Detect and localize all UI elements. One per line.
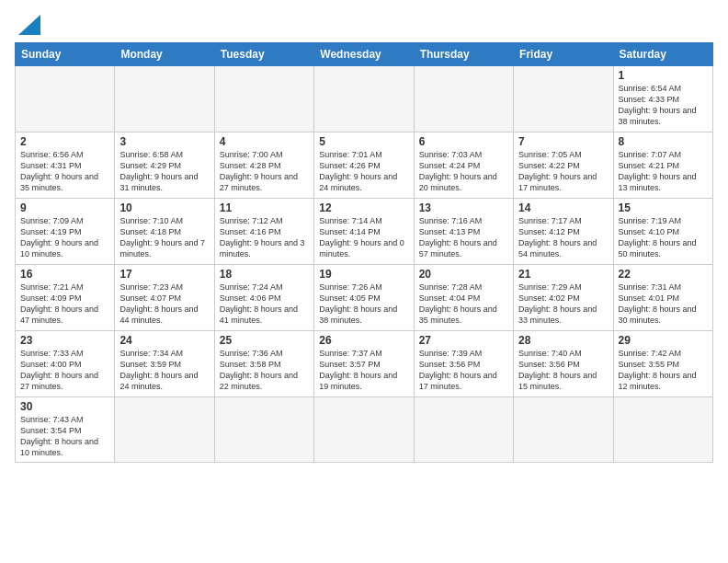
day-info: Sunrise: 7:14 AM Sunset: 4:14 PM Dayligh… (319, 215, 408, 260)
calendar-cell: 19Sunrise: 7:26 AM Sunset: 4:05 PM Dayli… (314, 265, 414, 331)
calendar-cell (414, 66, 513, 132)
day-number: 25 (220, 334, 309, 347)
day-number: 15 (619, 201, 708, 214)
day-number: 27 (419, 334, 508, 347)
day-number: 5 (319, 135, 408, 148)
weekday-header-thursday: Thursday (414, 43, 513, 66)
day-number: 3 (119, 135, 209, 148)
weekday-header-monday: Monday (115, 43, 214, 66)
day-info: Sunrise: 7:05 AM Sunset: 4:22 PM Dayligh… (518, 149, 608, 194)
svg-marker-0 (18, 15, 40, 35)
day-number: 9 (20, 201, 109, 214)
day-number: 1 (619, 69, 708, 82)
day-number: 30 (20, 400, 109, 413)
calendar-cell: 27Sunrise: 7:39 AM Sunset: 3:56 PM Dayli… (414, 331, 513, 397)
calendar-cell: 17Sunrise: 7:23 AM Sunset: 4:07 PM Dayli… (115, 265, 214, 331)
logo-icon (18, 15, 40, 35)
calendar-cell: 4Sunrise: 7:00 AM Sunset: 4:28 PM Daylig… (214, 132, 313, 199)
day-info: Sunrise: 7:24 AM Sunset: 4:06 PM Dayligh… (220, 282, 309, 327)
weekday-header-tuesday: Tuesday (214, 43, 313, 66)
calendar-cell (514, 397, 613, 463)
calendar-row: 2Sunrise: 6:56 AM Sunset: 4:31 PM Daylig… (16, 132, 713, 199)
calendar-cell (314, 66, 414, 132)
day-info: Sunrise: 7:12 AM Sunset: 4:16 PM Dayligh… (220, 215, 309, 260)
day-number: 13 (419, 201, 508, 214)
calendar-cell: 12Sunrise: 7:14 AM Sunset: 4:14 PM Dayli… (314, 199, 414, 265)
day-number: 10 (119, 201, 209, 214)
calendar-cell: 22Sunrise: 7:31 AM Sunset: 4:01 PM Dayli… (613, 265, 712, 331)
calendar-row: 16Sunrise: 7:21 AM Sunset: 4:09 PM Dayli… (16, 265, 713, 331)
calendar-cell: 20Sunrise: 7:28 AM Sunset: 4:04 PM Dayli… (414, 265, 513, 331)
calendar-cell (214, 66, 313, 132)
day-info: Sunrise: 7:03 AM Sunset: 4:24 PM Dayligh… (419, 149, 508, 194)
calendar-cell: 13Sunrise: 7:16 AM Sunset: 4:13 PM Dayli… (414, 199, 513, 265)
day-info: Sunrise: 7:36 AM Sunset: 3:58 PM Dayligh… (220, 348, 309, 393)
weekday-header-sunday: Sunday (16, 43, 115, 66)
logo (15, 15, 40, 35)
day-info: Sunrise: 7:28 AM Sunset: 4:04 PM Dayligh… (419, 282, 508, 327)
day-info: Sunrise: 6:54 AM Sunset: 4:33 PM Dayligh… (619, 83, 708, 128)
day-info: Sunrise: 7:01 AM Sunset: 4:26 PM Dayligh… (319, 149, 408, 194)
calendar-cell: 8Sunrise: 7:07 AM Sunset: 4:21 PM Daylig… (613, 132, 712, 199)
day-info: Sunrise: 7:10 AM Sunset: 4:18 PM Dayligh… (119, 215, 209, 260)
weekday-header-wednesday: Wednesday (314, 43, 414, 66)
day-info: Sunrise: 7:23 AM Sunset: 4:07 PM Dayligh… (119, 282, 209, 327)
day-info: Sunrise: 7:21 AM Sunset: 4:09 PM Dayligh… (20, 282, 109, 327)
calendar-cell: 2Sunrise: 6:56 AM Sunset: 4:31 PM Daylig… (16, 132, 115, 199)
day-number: 11 (220, 201, 309, 214)
day-info: Sunrise: 7:29 AM Sunset: 4:02 PM Dayligh… (518, 282, 608, 327)
calendar-table: SundayMondayTuesdayWednesdayThursdayFrid… (15, 42, 713, 463)
calendar-cell (414, 397, 513, 463)
day-number: 20 (419, 268, 508, 281)
day-number: 17 (119, 268, 209, 281)
calendar-cell: 6Sunrise: 7:03 AM Sunset: 4:24 PM Daylig… (414, 132, 513, 199)
day-number: 22 (619, 268, 708, 281)
day-info: Sunrise: 7:16 AM Sunset: 4:13 PM Dayligh… (419, 215, 508, 260)
day-info: Sunrise: 7:37 AM Sunset: 3:57 PM Dayligh… (319, 348, 408, 393)
day-info: Sunrise: 7:09 AM Sunset: 4:19 PM Dayligh… (20, 215, 109, 260)
calendar-cell (214, 397, 313, 463)
calendar-cell: 9Sunrise: 7:09 AM Sunset: 4:19 PM Daylig… (16, 199, 115, 265)
day-number: 14 (518, 201, 608, 214)
calendar-cell: 18Sunrise: 7:24 AM Sunset: 4:06 PM Dayli… (214, 265, 313, 331)
day-info: Sunrise: 6:58 AM Sunset: 4:29 PM Dayligh… (119, 149, 209, 194)
calendar-cell: 30Sunrise: 7:43 AM Sunset: 3:54 PM Dayli… (16, 397, 115, 463)
calendar-cell: 24Sunrise: 7:34 AM Sunset: 3:59 PM Dayli… (115, 331, 214, 397)
calendar-cell (16, 66, 115, 132)
calendar-cell: 3Sunrise: 6:58 AM Sunset: 4:29 PM Daylig… (115, 132, 214, 199)
calendar-cell: 28Sunrise: 7:40 AM Sunset: 3:56 PM Dayli… (514, 331, 613, 397)
day-number: 6 (419, 135, 508, 148)
day-info: Sunrise: 7:26 AM Sunset: 4:05 PM Dayligh… (319, 282, 408, 327)
calendar-cell: 23Sunrise: 7:33 AM Sunset: 4:00 PM Dayli… (16, 331, 115, 397)
day-info: Sunrise: 7:39 AM Sunset: 3:56 PM Dayligh… (419, 348, 508, 393)
day-info: Sunrise: 7:33 AM Sunset: 4:00 PM Dayligh… (20, 348, 109, 393)
day-number: 24 (119, 334, 209, 347)
day-info: Sunrise: 7:34 AM Sunset: 3:59 PM Dayligh… (119, 348, 209, 393)
day-number: 7 (518, 135, 608, 148)
day-number: 28 (518, 334, 608, 347)
day-info: Sunrise: 7:43 AM Sunset: 3:54 PM Dayligh… (20, 414, 109, 459)
calendar-row: 1Sunrise: 6:54 AM Sunset: 4:33 PM Daylig… (16, 66, 713, 132)
calendar-cell: 14Sunrise: 7:17 AM Sunset: 4:12 PM Dayli… (514, 199, 613, 265)
day-number: 18 (220, 268, 309, 281)
day-info: Sunrise: 7:42 AM Sunset: 3:55 PM Dayligh… (619, 348, 708, 393)
day-info: Sunrise: 7:19 AM Sunset: 4:10 PM Dayligh… (619, 215, 708, 260)
calendar-cell: 26Sunrise: 7:37 AM Sunset: 3:57 PM Dayli… (314, 331, 414, 397)
calendar-cell: 1Sunrise: 6:54 AM Sunset: 4:33 PM Daylig… (613, 66, 712, 132)
day-info: Sunrise: 7:17 AM Sunset: 4:12 PM Dayligh… (518, 215, 608, 260)
day-number: 4 (220, 135, 309, 148)
calendar-cell: 5Sunrise: 7:01 AM Sunset: 4:26 PM Daylig… (314, 132, 414, 199)
page: SundayMondayTuesdayWednesdayThursdayFrid… (0, 0, 728, 470)
calendar-cell: 29Sunrise: 7:42 AM Sunset: 3:55 PM Dayli… (613, 331, 712, 397)
calendar-cell: 10Sunrise: 7:10 AM Sunset: 4:18 PM Dayli… (115, 199, 214, 265)
day-number: 26 (319, 334, 408, 347)
calendar-row: 30Sunrise: 7:43 AM Sunset: 3:54 PM Dayli… (16, 397, 713, 463)
day-info: Sunrise: 7:40 AM Sunset: 3:56 PM Dayligh… (518, 348, 608, 393)
day-number: 12 (319, 201, 408, 214)
calendar-row: 23Sunrise: 7:33 AM Sunset: 4:00 PM Dayli… (16, 331, 713, 397)
calendar-cell (514, 66, 613, 132)
day-number: 16 (20, 268, 109, 281)
header (15, 15, 713, 35)
day-info: Sunrise: 7:31 AM Sunset: 4:01 PM Dayligh… (619, 282, 708, 327)
day-number: 2 (20, 135, 109, 148)
